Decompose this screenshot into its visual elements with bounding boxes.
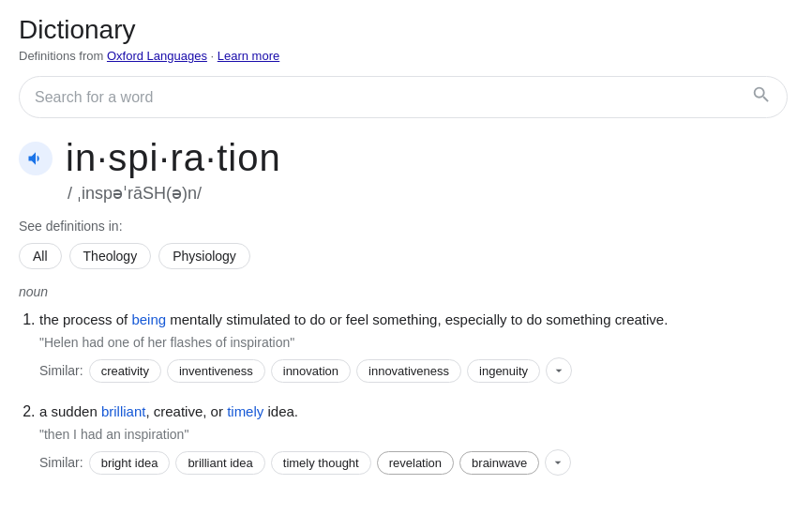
definition-text-2: a sudden brilliant, creative, or timely … xyxy=(39,401,793,423)
example-text-2: "then I had an inspiration" xyxy=(39,427,793,442)
similar-revelation[interactable]: revelation xyxy=(377,451,454,475)
audio-button[interactable] xyxy=(19,142,53,175)
definitions-list: the process of being mentally stimulated… xyxy=(19,309,793,476)
definition-text-1: the process of being mentally stimulated… xyxy=(39,309,793,331)
example-text-1: "Helen had one of her flashes of inspira… xyxy=(39,335,793,350)
category-pills: All Theology Physiology xyxy=(19,243,793,269)
oxford-languages-link[interactable]: Oxford Languages xyxy=(107,49,207,63)
category-theology[interactable]: Theology xyxy=(69,243,152,269)
part-of-speech: noun xyxy=(19,284,793,299)
definition-item-1: the process of being mentally stimulated… xyxy=(39,309,793,384)
similar-timely-thought[interactable]: timely thought xyxy=(271,451,371,475)
highlight-brilliant: brilliant xyxy=(101,403,146,419)
category-all[interactable]: All xyxy=(19,243,62,269)
similar-innovativeness[interactable]: innovativeness xyxy=(356,359,461,383)
similar-row-2: Similar: bright idea brilliant idea time… xyxy=(39,449,793,476)
see-definitions-label: See definitions in: xyxy=(19,219,793,234)
search-input[interactable] xyxy=(35,89,751,106)
word-section: in·spi·ra·tion xyxy=(19,137,793,179)
definition-item-2: a sudden brilliant, creative, or timely … xyxy=(39,401,793,476)
word-display: in·spi·ra·tion xyxy=(66,137,281,179)
similar-brilliant-idea[interactable]: brilliant idea xyxy=(175,451,264,475)
similar-ingenuity[interactable]: ingenuity xyxy=(467,359,540,383)
highlight-being: being xyxy=(131,311,166,327)
definitions-source: Definitions from Oxford Languages · Lear… xyxy=(19,49,793,63)
chevron-down-icon-2 xyxy=(550,455,565,470)
similar-bright-idea[interactable]: bright idea xyxy=(89,451,171,475)
search-icon[interactable] xyxy=(751,84,772,110)
category-physiology[interactable]: Physiology xyxy=(158,243,250,269)
audio-icon xyxy=(26,149,45,168)
chevron-down-icon xyxy=(551,363,566,378)
search-bar xyxy=(19,76,788,118)
phonetic: / ˌinspəˈrāSH(ə)n/ xyxy=(68,183,793,204)
page-title: Dictionary xyxy=(19,15,793,45)
similar-innovation[interactable]: innovation xyxy=(271,359,351,383)
similar-creativity[interactable]: creativity xyxy=(89,359,161,383)
highlight-timely: timely xyxy=(227,403,263,419)
similar-brainwave[interactable]: brainwave xyxy=(459,451,539,475)
similar-label-1: Similar: xyxy=(39,363,83,378)
expand-similar-1[interactable] xyxy=(546,357,572,384)
learn-more-link[interactable]: Learn more xyxy=(218,49,279,63)
similar-row-1: Similar: creativity inventiveness innova… xyxy=(39,357,793,384)
expand-similar-2[interactable] xyxy=(545,449,571,476)
similar-label-2: Similar: xyxy=(39,455,83,470)
similar-inventiveness[interactable]: inventiveness xyxy=(167,359,265,383)
source-prefix: Definitions from xyxy=(19,49,103,63)
